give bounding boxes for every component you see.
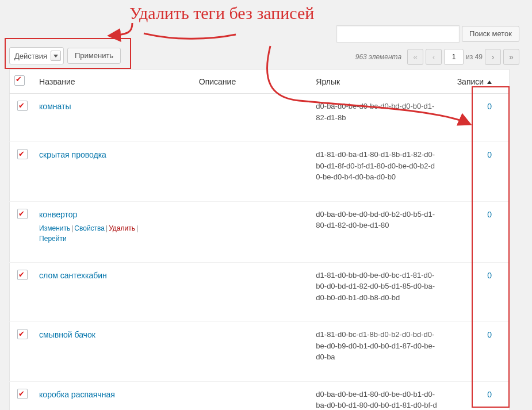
row-checkbox[interactable] — [17, 101, 28, 111]
chevron-down-icon — [51, 51, 61, 61]
row-name-cell: коробка распаячная — [35, 381, 194, 410]
row-count-link[interactable]: 0 — [487, 271, 492, 280]
row-slug-cell: d1-81-d0-bc-d1-8b-d0-b2-d0-bd-d0-be-d0-b… — [311, 322, 443, 382]
row-checkbox[interactable] — [17, 329, 28, 339]
row-description-cell — [194, 201, 312, 262]
row-count-link[interactable]: 0 — [487, 330, 492, 339]
row-count-link[interactable]: 0 — [487, 390, 492, 399]
table-row: слом сантехкабинd1-81-d0-bb-d0-be-d0-bc-… — [10, 262, 510, 322]
row-checkbox-cell — [10, 262, 35, 322]
row-name-cell: конверторИзменить|Свойства|Удалить|Перей… — [35, 201, 194, 262]
row-actions: Изменить|Свойства|Удалить|Перейти — [39, 223, 190, 244]
row-description-cell — [194, 94, 312, 142]
row-checkbox[interactable] — [17, 389, 28, 399]
tags-table: Название Описание Ярлык Записи комнатыd0… — [9, 69, 510, 410]
col-header-count-label: Записи — [457, 77, 484, 86]
row-slug-cell: d1-81-d0-ba-d1-80-d1-8b-d1-82-d0-b0-d1-8… — [311, 142, 443, 202]
row-checkbox-cell — [10, 142, 35, 202]
select-all-checkbox[interactable] — [14, 75, 25, 86]
bulk-actions-select[interactable]: Действия — [9, 47, 64, 64]
row-action-edit[interactable]: Изменить — [39, 224, 70, 232]
page-next-button[interactable]: › — [485, 49, 501, 65]
row-count-link[interactable]: 0 — [487, 150, 492, 159]
row-count-link[interactable]: 0 — [487, 210, 492, 219]
search-button[interactable]: Поиск меток — [462, 26, 519, 42]
page-last-button[interactable]: » — [503, 49, 519, 65]
row-count-cell: 0 — [443, 322, 509, 382]
row-name-cell: смывной бачок — [35, 322, 194, 382]
page-wrap: Удалить теги без записей Поиск меток Дей… — [0, 0, 532, 410]
row-name-cell: слом сантехкабин — [35, 262, 194, 322]
page-current-input[interactable] — [444, 49, 464, 65]
row-action-delete[interactable]: Удалить — [109, 224, 135, 232]
row-checkbox[interactable] — [17, 149, 28, 159]
row-checkbox-cell — [10, 94, 35, 142]
item-count: 963 элемента — [355, 53, 401, 61]
bulk-actions-bar: Действия Применить — [9, 47, 121, 64]
row-count-cell: 0 — [443, 381, 509, 410]
tag-name-link[interactable]: конвертор — [39, 210, 77, 219]
col-header-count[interactable]: Записи — [443, 70, 509, 94]
search-region: Поиск меток — [336, 25, 519, 43]
search-input[interactable] — [336, 25, 460, 43]
tag-name-link[interactable]: скрытая проводка — [39, 150, 106, 159]
table-row: конверторИзменить|Свойства|Удалить|Перей… — [10, 201, 510, 262]
row-checkbox[interactable] — [17, 209, 28, 219]
apply-button[interactable]: Применить — [67, 48, 121, 64]
row-description-cell — [194, 142, 312, 202]
row-slug-cell: d1-81-d0-bb-d0-be-d0-bc-d1-81-d0-b0-d0-b… — [311, 262, 443, 322]
sort-asc-icon — [487, 81, 492, 84]
row-slug-cell: d0-ba-d0-be-d0-bd-d0-b2-d0-b5-d1-80-d1-8… — [311, 201, 443, 262]
row-count-cell: 0 — [443, 94, 509, 142]
annotation-title: Удалить теги без записей — [129, 3, 314, 23]
table-header-row: Название Описание Ярлык Записи — [10, 70, 510, 94]
row-count-cell: 0 — [443, 142, 509, 202]
table-row: скрытая проводкаd1-81-d0-ba-d1-80-d1-8b-… — [10, 142, 510, 202]
row-description-cell — [194, 262, 312, 322]
row-action-quick-edit[interactable]: Свойства — [74, 224, 105, 232]
tag-name-link[interactable]: комнаты — [39, 102, 71, 111]
tag-name-link[interactable]: слом сантехкабин — [39, 271, 107, 280]
row-action-view[interactable]: Перейти — [39, 235, 67, 243]
col-header-name[interactable]: Название — [35, 70, 194, 94]
row-count-link[interactable]: 0 — [487, 102, 492, 111]
row-count-cell: 0 — [443, 201, 509, 262]
row-checkbox-cell — [10, 201, 35, 262]
pagination: 963 элемента « ‹ из 49 › » — [355, 49, 519, 65]
bulk-actions-select-label: Действия — [14, 52, 47, 60]
tag-name-link[interactable]: коробка распаячная — [39, 390, 115, 399]
row-count-cell: 0 — [443, 262, 509, 322]
row-name-cell: скрытая проводка — [35, 142, 194, 202]
row-slug-cell: d0-ba-d0-be-d0-bc-d0-bd-d0-b0-d1-82-d1-8… — [311, 94, 443, 142]
tag-name-link[interactable]: смывной бачок — [39, 330, 95, 339]
row-slug-cell: d0-ba-d0-be-d1-80-d0-be-d0-b1-d0-ba-d0-b… — [311, 381, 443, 410]
row-description-cell — [194, 381, 312, 410]
row-checkbox-cell — [10, 381, 35, 410]
page-of-text: из 49 — [466, 53, 483, 61]
col-header-description[interactable]: Описание — [194, 70, 312, 94]
row-name-cell: комнаты — [35, 94, 194, 142]
table-row: смывной бачокd1-81-d0-bc-d1-8b-d0-b2-d0-… — [10, 322, 510, 382]
col-header-checkbox — [10, 70, 35, 94]
col-header-slug[interactable]: Ярлык — [311, 70, 443, 94]
row-checkbox-cell — [10, 322, 35, 382]
table-row: коробка распаячнаяd0-ba-d0-be-d1-80-d0-b… — [10, 381, 510, 410]
table-row: комнатыd0-ba-d0-be-d0-bc-d0-bd-d0-b0-d1-… — [10, 94, 510, 142]
row-description-cell — [194, 322, 312, 382]
page-first-button[interactable]: « — [407, 49, 423, 65]
row-checkbox[interactable] — [17, 270, 28, 280]
page-prev-button[interactable]: ‹ — [426, 49, 442, 65]
